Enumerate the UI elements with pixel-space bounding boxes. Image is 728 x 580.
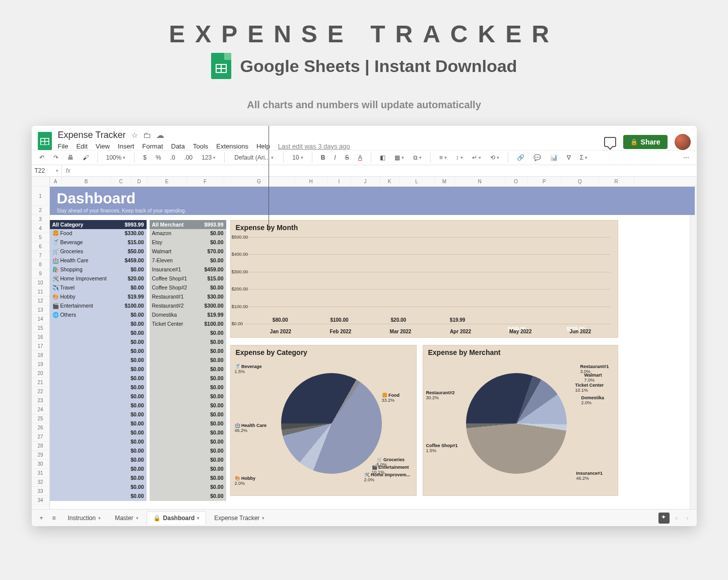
category-row-empty[interactable]: $0.00 (50, 392, 147, 401)
merchant-row-empty[interactable]: $0.00 (150, 410, 226, 419)
category-row-empty[interactable]: $0.00 (50, 438, 147, 447)
merchant-row-empty[interactable]: $0.00 (150, 365, 226, 374)
wrap-button[interactable]: ↵ (470, 153, 484, 163)
comment-button[interactable]: 💬 (531, 153, 544, 163)
category-row-empty[interactable]: $0.00 (50, 492, 147, 501)
move-folder-icon[interactable]: 🗀 (143, 131, 151, 140)
merchant-row-empty[interactable]: $0.00 (150, 419, 226, 428)
category-row-empty[interactable]: $0.00 (50, 320, 147, 329)
col-header[interactable]: M (435, 177, 455, 186)
avatar[interactable] (675, 134, 691, 150)
category-row-empty[interactable]: $0.00 (50, 474, 147, 483)
halign-button[interactable]: ≡ (437, 153, 449, 163)
rotate-button[interactable]: ⟲ (488, 153, 502, 163)
category-row[interactable]: 🏥 Health Care$459.00 (50, 256, 147, 265)
col-header[interactable]: D (131, 177, 148, 186)
menu-format[interactable]: Format (142, 142, 163, 150)
merchant-row-empty[interactable]: $0.00 (150, 483, 226, 492)
merchant-row[interactable]: Ticket Center$100.00 (150, 320, 226, 329)
print-icon[interactable]: 🖶 (65, 153, 76, 163)
column-headers[interactable]: ABCDEFGHIJKLMNOPQR (50, 177, 697, 187)
category-row-empty[interactable]: $0.00 (50, 447, 147, 456)
sheet-tab-instruction[interactable]: Instruction▾ (62, 511, 107, 525)
merchant-row-empty[interactable]: $0.00 (150, 465, 226, 474)
merchant-row-empty[interactable]: $0.00 (150, 329, 226, 338)
toolbar-overflow-icon[interactable]: ⋯ (681, 153, 692, 163)
link-button[interactable]: 🔗 (514, 153, 527, 163)
category-row-empty[interactable]: $0.00 (50, 374, 147, 383)
star-icon[interactable]: ☆ (131, 130, 138, 140)
merchant-row-empty[interactable]: $0.00 (150, 392, 226, 401)
col-header[interactable]: N (455, 177, 505, 186)
app-icon[interactable] (38, 132, 52, 150)
merchant-row-empty[interactable]: $0.00 (150, 447, 226, 456)
col-header[interactable]: P (527, 177, 562, 186)
col-header[interactable]: B (62, 177, 111, 186)
col-header[interactable]: O (505, 177, 527, 186)
name-box[interactable]: T22▾ (32, 165, 62, 176)
insert-chart-button[interactable]: 📊 (548, 153, 560, 163)
format-currency-button[interactable]: $ (141, 153, 149, 163)
undo-icon[interactable]: ↶ (37, 153, 47, 163)
number-format-button[interactable]: 123 (199, 153, 218, 163)
comments-icon[interactable] (604, 137, 616, 147)
merchant-row[interactable]: Walmart$70.00 (150, 247, 226, 256)
row-headers[interactable]: 1234567891011121314151617181920212223242… (32, 177, 50, 509)
menu-view[interactable]: View (96, 142, 110, 150)
merchant-row[interactable]: Domestika$19.99 (150, 311, 226, 320)
category-row-empty[interactable]: $0.00 (50, 383, 147, 392)
decrease-decimal-button[interactable]: .0 (168, 153, 178, 163)
merchant-row-empty[interactable]: $0.00 (150, 356, 226, 365)
valign-button[interactable]: ↕ (453, 153, 466, 163)
merchant-row-empty[interactable]: $0.00 (150, 338, 226, 347)
grid[interactable]: ABCDEFGHIJKLMNOPQR Dashboard Stay ahead … (50, 177, 697, 509)
col-header[interactable]: R (599, 177, 634, 186)
sheet-tab-master[interactable]: Master▾ (109, 511, 145, 525)
menu-tools[interactable]: Tools (193, 142, 208, 150)
explore-button[interactable] (658, 513, 670, 524)
category-row[interactable]: 🍔 Food$330.00 (50, 229, 147, 238)
col-header[interactable]: E (148, 177, 187, 186)
merchant-row[interactable]: Coffee Shop#1$15.00 (150, 274, 226, 283)
merchant-row-empty[interactable]: $0.00 (150, 383, 226, 392)
merchant-row[interactable]: 7-Eleven$0.00 (150, 256, 226, 265)
menu-extensions[interactable]: Extensions (216, 142, 248, 150)
category-row-empty[interactable]: $0.00 (50, 465, 147, 474)
merge-button[interactable]: ⧉ (411, 153, 424, 163)
tab-scroll-left[interactable]: ‹ (673, 513, 681, 524)
col-header[interactable]: Q (562, 177, 599, 186)
category-row-empty[interactable]: $0.00 (50, 356, 147, 365)
category-row-empty[interactable]: $0.00 (50, 401, 147, 410)
category-row-empty[interactable]: $0.00 (50, 456, 147, 465)
last-edit-link[interactable]: Last edit was 3 days ago (278, 142, 350, 150)
merchant-row-empty[interactable]: $0.00 (150, 401, 226, 410)
sheet-tab-dashboard[interactable]: 🔒Dashboard▾ (147, 511, 207, 525)
filter-button[interactable]: ∇ (564, 153, 573, 163)
merchant-row[interactable]: Etsy$0.00 (150, 238, 226, 247)
formula-input[interactable] (75, 165, 697, 176)
category-row[interactable]: 🥤 Beverage$15.00 (50, 238, 147, 247)
sheet-tab-expense-tracker[interactable]: Expense Tracker▾ (208, 511, 271, 525)
redo-icon[interactable]: ↷ (51, 153, 61, 163)
expense-by-merchant-chart[interactable]: Expense by Merchant Restaurant#230.2%Res… (423, 345, 618, 496)
col-header[interactable]: L (400, 177, 435, 186)
merchant-row-empty[interactable]: $0.00 (150, 492, 226, 501)
fill-color-button[interactable]: ◧ (377, 153, 388, 163)
borders-button[interactable]: ▦ (392, 153, 407, 163)
category-row[interactable]: 🎬 Entertainment$100.00 (50, 302, 147, 311)
category-row[interactable]: 🛍️ Shopping$0.00 (50, 265, 147, 274)
category-row[interactable]: 🎨 Hobby$19.99 (50, 293, 147, 302)
tab-scroll-right[interactable]: › (684, 513, 692, 524)
category-row-empty[interactable]: $0.00 (50, 428, 147, 438)
merchant-row-empty[interactable]: $0.00 (150, 428, 226, 438)
merchant-row-empty[interactable]: $0.00 (150, 347, 226, 356)
merchant-row[interactable]: Restaurant#2$300.00 (150, 302, 226, 311)
doc-title[interactable]: Expense Tracker (58, 130, 126, 140)
text-color-button[interactable]: A (356, 153, 365, 163)
col-header[interactable]: C (111, 177, 131, 186)
col-header[interactable]: K (380, 177, 400, 186)
merchant-row[interactable]: Restaurant#1$30.00 (150, 293, 226, 302)
category-row-empty[interactable]: $0.00 (50, 410, 147, 419)
category-row-empty[interactable]: $0.00 (50, 338, 147, 347)
merchant-row-empty[interactable]: $0.00 (150, 438, 226, 447)
